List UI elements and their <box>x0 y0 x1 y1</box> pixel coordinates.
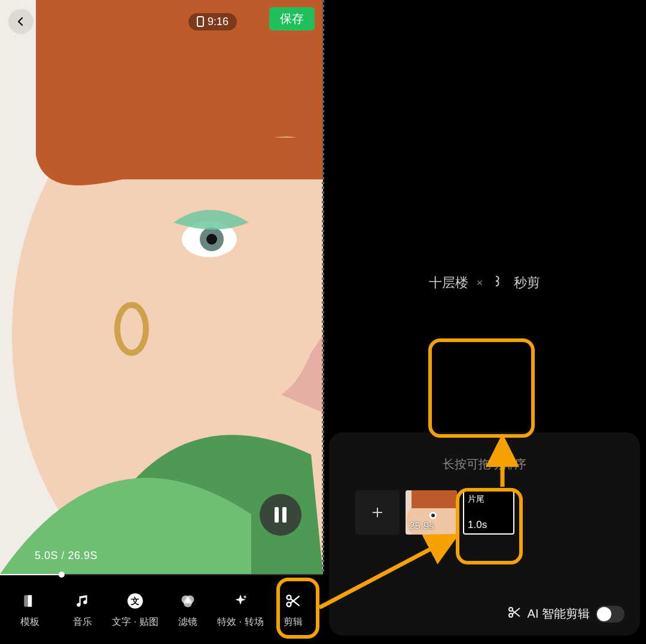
scissors-icon <box>283 591 303 611</box>
brand-separator: × <box>477 277 483 289</box>
svg-text:文: 文 <box>130 596 139 605</box>
drag-hint: 长按可拖动排序 <box>329 456 640 472</box>
video-preview: 9:16 保存 5.0S / 26.9S <box>0 0 323 574</box>
tool-edit[interactable]: 剪辑 <box>268 591 318 628</box>
clip-ending-label: 片尾 <box>468 494 510 505</box>
svg-point-25 <box>509 608 513 611</box>
svg-point-23 <box>431 514 435 517</box>
tool-music[interactable]: 音乐 <box>57 591 108 628</box>
scissors-icon <box>507 605 522 622</box>
brand-watermark: 十层楼 × 秒剪 <box>323 274 646 292</box>
add-clip-button[interactable] <box>355 490 400 535</box>
music-icon <box>72 591 93 611</box>
filter-icon <box>178 591 198 611</box>
ai-edit-label: AI 智能剪辑 <box>528 606 590 622</box>
playback-time: 5.0S / 26.9S <box>35 550 97 562</box>
svg-point-15 <box>287 595 291 599</box>
back-button[interactable] <box>8 9 33 34</box>
brand-app-name: 秒剪 <box>514 274 540 292</box>
svg-rect-21 <box>412 490 457 508</box>
clip-editor-panel: 长按可拖动排序 25.9s 片尾 1.0s <box>329 432 640 636</box>
progress-track[interactable] <box>0 574 323 575</box>
svg-point-26 <box>509 614 513 617</box>
pause-button[interactable] <box>260 494 301 536</box>
brand-logo-icon <box>491 274 505 292</box>
aspect-ratio-value: 9:16 <box>208 16 228 28</box>
clip-duration: 25.9s <box>409 520 434 532</box>
svg-rect-7 <box>197 17 203 26</box>
svg-rect-2 <box>84 138 323 179</box>
clip-ending[interactable]: 片尾 1.0s <box>463 490 514 535</box>
pause-icon <box>275 507 287 523</box>
sparkle-icon <box>230 591 251 611</box>
save-button[interactable]: 保存 <box>269 7 315 30</box>
tool-fx-transition[interactable]: 特效 · 转场 <box>215 591 266 628</box>
clip-ending-duration: 1.0s <box>468 519 510 531</box>
progress-handle[interactable] <box>0 574 62 575</box>
aspect-ratio-button[interactable]: 9:16 <box>188 13 237 30</box>
brand-name: 十层楼 <box>429 274 468 292</box>
svg-point-16 <box>287 602 291 606</box>
svg-point-5 <box>206 234 217 245</box>
ai-edit-toggle[interactable] <box>596 606 624 622</box>
portrait-frame-icon <box>197 16 204 27</box>
tool-filter[interactable]: 滤镜 <box>163 591 213 628</box>
clip-video[interactable]: 25.9s <box>406 490 457 535</box>
text-icon: 文 <box>125 591 145 611</box>
svg-rect-9 <box>28 595 32 607</box>
svg-point-14 <box>184 599 192 607</box>
tool-template[interactable]: 模板 <box>5 591 55 628</box>
bottom-toolbar: 模板 音乐 文 文字 · 贴图 滤镜 特效 · 转场 <box>0 579 323 644</box>
tool-text-sticker[interactable]: 文 文字 · 贴图 <box>110 591 160 628</box>
template-icon <box>20 591 40 611</box>
